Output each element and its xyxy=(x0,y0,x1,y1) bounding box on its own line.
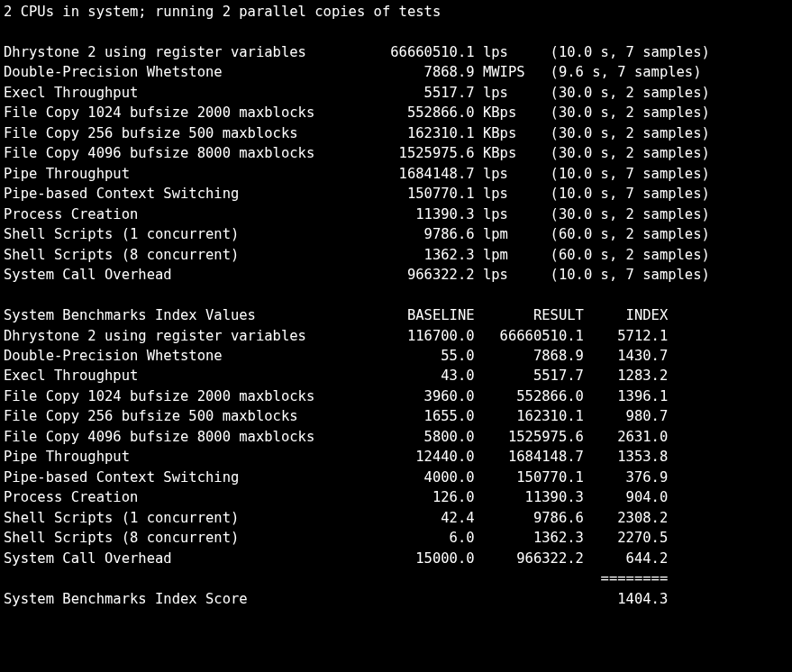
terminal-output: 2 CPUs in system; running 2 parallel cop… xyxy=(0,0,792,609)
